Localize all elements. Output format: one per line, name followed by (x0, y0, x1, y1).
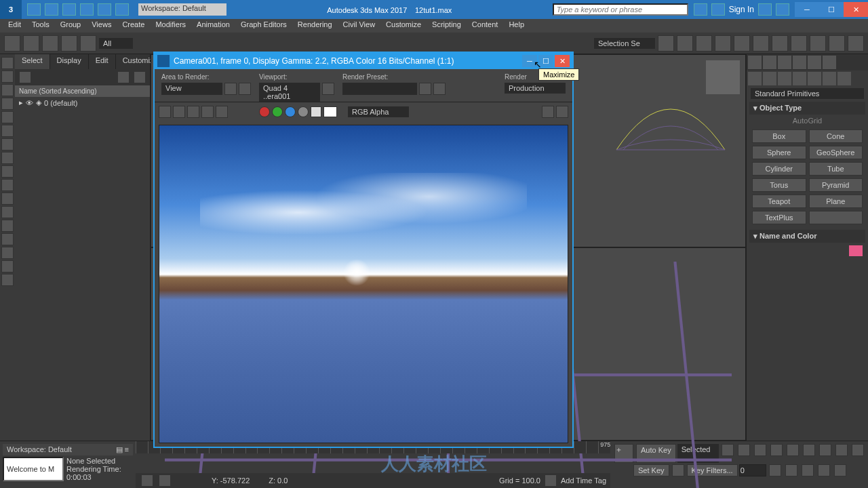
menu-scripting[interactable]: Scripting (427, 19, 467, 33)
connect-icon[interactable] (694, 3, 707, 16)
preset-dropdown[interactable] (342, 83, 417, 95)
color-swatch[interactable] (849, 245, 863, 256)
timeline-tick[interactable] (574, 441, 586, 453)
max-icon[interactable] (852, 444, 864, 456)
explorer-icon[interactable] (848, 35, 864, 52)
maxscript-prompt[interactable] (3, 457, 64, 481)
next-frame-icon[interactable] (770, 444, 783, 456)
lt-shape-icon[interactable] (1, 98, 14, 110)
btn-box[interactable]: Box (752, 129, 806, 143)
isolate-icon[interactable] (159, 474, 171, 487)
cat-systems-icon[interactable] (837, 72, 851, 85)
utilities-tab-icon[interactable] (823, 56, 836, 69)
minmax-icon[interactable] (834, 464, 846, 476)
bind-button[interactable] (80, 35, 96, 52)
btn-cone[interactable]: Cone (809, 129, 863, 143)
roll-icon[interactable] (818, 464, 830, 476)
lt-bone-icon[interactable] (1, 138, 14, 150)
undo-button[interactable] (4, 35, 20, 52)
rw-print-icon[interactable] (201, 106, 214, 118)
close-icon[interactable]: ✕ (844, 2, 868, 17)
rw-copy-icon[interactable] (173, 106, 185, 118)
lt-group-icon[interactable] (1, 192, 14, 205)
area-edit-icon[interactable] (224, 83, 237, 95)
menu-customize[interactable]: Customize (380, 19, 427, 33)
rw-toggle-ui-icon[interactable] (542, 106, 554, 118)
tab-display[interactable]: Display (50, 54, 89, 69)
frame-input[interactable] (739, 464, 766, 476)
lt-helper-icon[interactable] (1, 111, 14, 123)
help-icon[interactable] (776, 3, 789, 16)
ws-config-icon[interactable]: ▤ ≡ (116, 445, 129, 454)
btn-sphere[interactable]: Sphere (752, 146, 806, 159)
rollout-object-type[interactable]: ▾ Object Type (749, 102, 865, 115)
schematic-icon[interactable] (734, 35, 750, 52)
btn-teapot[interactable]: Teapot (752, 195, 806, 208)
category-dropdown[interactable]: Standard Primitives (751, 88, 864, 99)
render-maximize-icon[interactable]: ☐ Maximize (538, 55, 553, 67)
render-title-bar[interactable]: Camera001, frame 0, Display Gamma: 2.2, … (155, 53, 572, 69)
btn-torus[interactable]: Torus (752, 178, 806, 192)
rw-channel-dropdown[interactable]: RGB Alpha (348, 106, 409, 117)
sign-in-link[interactable]: Sign In (729, 5, 754, 14)
menu-modifiers[interactable]: Modifiers (150, 19, 191, 33)
modify-tab-icon[interactable] (763, 56, 776, 69)
lt-hide-icon[interactable] (1, 179, 14, 191)
list-item[interactable]: ▸ 👁 ◈ 0 (default) (15, 97, 150, 108)
preset-env-icon[interactable] (433, 83, 446, 95)
menu-content[interactable]: Content (467, 19, 504, 33)
se-filter-icon[interactable] (134, 71, 146, 83)
rw-green-channel[interactable] (272, 106, 283, 117)
menu-group[interactable]: Group (55, 19, 87, 33)
layers-icon[interactable] (696, 35, 712, 52)
dolly-icon[interactable] (802, 464, 814, 476)
lt-space-warp-icon[interactable] (1, 125, 14, 137)
new-icon[interactable] (27, 3, 41, 16)
menu-civil-view[interactable]: Civil View (338, 19, 380, 33)
goto-end-icon[interactable] (787, 444, 799, 456)
lt-light-icon[interactable] (1, 70, 14, 83)
maximize-icon[interactable]: ☐ (819, 2, 844, 17)
menu-animation[interactable]: Animation (191, 19, 235, 33)
rw-alpha-channel[interactable] (298, 106, 309, 117)
rw-save-icon[interactable] (159, 106, 171, 118)
menu-rendering[interactable]: Rendering (292, 19, 338, 33)
curve-editor-icon[interactable] (715, 35, 731, 52)
rendered-image[interactable] (159, 125, 568, 443)
lock-icon[interactable] (141, 474, 153, 487)
render-icon[interactable] (810, 35, 826, 52)
tab-select[interactable]: Select (15, 54, 50, 69)
motion-tab-icon[interactable] (793, 56, 806, 69)
selection-set-dropdown[interactable]: Selection Se (594, 38, 655, 49)
btn-tube[interactable]: Tube (809, 162, 863, 176)
link-button[interactable] (42, 35, 58, 52)
prev-frame-icon[interactable] (738, 444, 750, 456)
align-icon[interactable] (677, 35, 693, 52)
cat-helpers-icon[interactable] (808, 72, 821, 85)
time-tag-icon[interactable] (545, 474, 557, 487)
btn-textplus[interactable]: TextPlus (752, 211, 806, 224)
menu-create[interactable]: Create (117, 19, 150, 33)
eye-icon[interactable]: 👁 (26, 99, 33, 107)
rw-red-channel[interactable] (259, 106, 270, 117)
link-icon[interactable] (115, 3, 129, 16)
lt-container-icon[interactable] (1, 152, 14, 164)
area-region-icon[interactable] (239, 83, 251, 95)
menu-help[interactable]: Help (503, 19, 530, 33)
timeline-tick[interactable] (586, 441, 598, 453)
render-frame-icon[interactable] (791, 35, 807, 52)
render-production-icon[interactable] (829, 35, 845, 52)
menu-graph-editors[interactable]: Graph Editors (235, 19, 292, 33)
se-lock-icon[interactable] (117, 71, 130, 83)
selection-filter[interactable]: All (99, 38, 133, 49)
se-column-header[interactable]: Name (Sorted Ascending) (15, 85, 150, 97)
render-close-icon[interactable]: ✕ (555, 55, 570, 67)
timeline[interactable]: 825850875900925950975 Y: -578.722 Z: 0.0… (136, 441, 610, 488)
time-config-icon[interactable] (769, 464, 781, 476)
btn-cylinder[interactable]: Cylinder (752, 162, 806, 176)
rw-mono-channel[interactable] (311, 106, 321, 117)
menu-views[interactable]: Views (86, 19, 117, 33)
redo-icon[interactable] (98, 3, 111, 16)
lt-geometry-icon[interactable] (1, 57, 14, 69)
lt-plus-icon[interactable] (1, 220, 14, 232)
